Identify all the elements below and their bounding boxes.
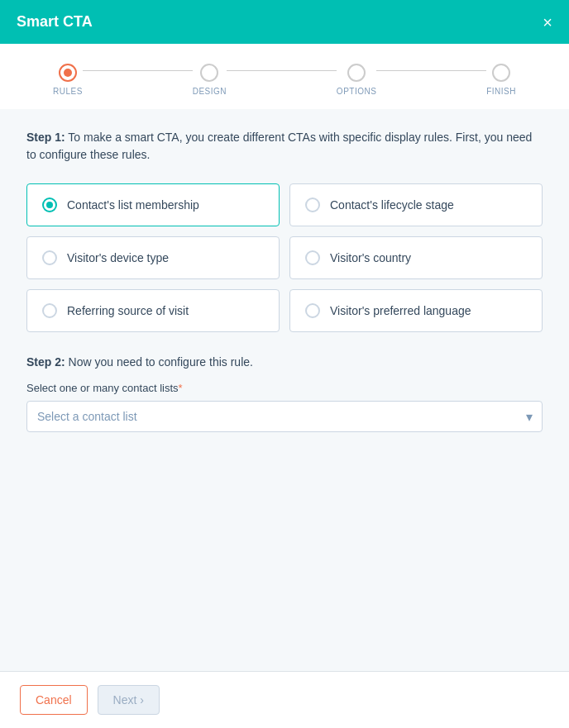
- step-label-options: OPTIONS: [337, 87, 377, 96]
- option-contact-list[interactable]: Contact's list membership: [26, 183, 280, 226]
- step2-body: Now you need to configure this rule.: [69, 355, 253, 369]
- radio-country: [305, 250, 320, 265]
- option-label-lifecycle-stage: Contact's lifecycle stage: [330, 198, 454, 212]
- step-circle-design: [200, 64, 218, 82]
- step-label-design: DESIGN: [193, 87, 227, 96]
- modal-body: Step 1: To make a smart CTA, you create …: [0, 109, 569, 452]
- radio-contact-list: [42, 197, 57, 212]
- radio-device-type: [42, 250, 57, 265]
- modal-header: Smart CTA ×: [0, 0, 569, 44]
- option-label-country: Visitor's country: [330, 251, 411, 264]
- close-button[interactable]: ×: [543, 14, 552, 31]
- step-circle-rules: [59, 64, 77, 82]
- step1-body: To make a smart CTA, you create differen…: [26, 131, 532, 161]
- step-design: DESIGN: [193, 64, 227, 96]
- modal-footer: Cancel Next ›: [0, 671, 569, 728]
- next-button[interactable]: Next ›: [98, 685, 160, 715]
- radio-referring-source: [42, 303, 57, 318]
- radio-lifecycle-stage: [305, 197, 320, 212]
- option-device-type[interactable]: Visitor's device type: [26, 236, 280, 279]
- step-line-1: [83, 70, 193, 71]
- step-rules: RULES: [53, 64, 83, 96]
- option-referring-source[interactable]: Referring source of visit: [26, 289, 280, 332]
- step1-prefix: Step 1:: [26, 131, 65, 144]
- step-circle-options: [347, 64, 366, 82]
- option-label-preferred-language: Visitor's preferred language: [330, 304, 471, 317]
- cancel-button[interactable]: Cancel: [20, 685, 88, 715]
- option-label-contact-list: Contact's list membership: [67, 198, 199, 212]
- required-marker: *: [179, 382, 183, 394]
- option-label-referring-source: Referring source of visit: [67, 304, 189, 317]
- field-label-contact-lists: Select one or many contact lists*: [26, 382, 543, 394]
- step-label-finish: FINISH: [486, 87, 516, 96]
- option-country[interactable]: Visitor's country: [289, 236, 543, 279]
- contact-list-select-wrapper: Select a contact list ▾: [26, 401, 543, 432]
- step1-description: Step 1: To make a smart CTA, you create …: [26, 129, 543, 164]
- option-preferred-language[interactable]: Visitor's preferred language: [289, 289, 543, 332]
- radio-preferred-language: [305, 303, 320, 318]
- step2-description: Step 2: Now you need to configure this r…: [26, 355, 543, 369]
- step-options: OPTIONS: [337, 64, 377, 96]
- step-circle-finish: [492, 64, 510, 82]
- modal-title: Smart CTA: [17, 13, 93, 31]
- step-label-rules: RULES: [53, 87, 83, 96]
- option-lifecycle-stage[interactable]: Contact's lifecycle stage: [289, 183, 543, 226]
- step2-prefix: Step 2:: [26, 355, 65, 369]
- step-finish: FINISH: [486, 64, 516, 96]
- rule-options-grid: Contact's list membership Contact's life…: [26, 183, 543, 332]
- step-line-2: [227, 70, 337, 71]
- option-label-device-type: Visitor's device type: [67, 251, 169, 264]
- step-line-3: [376, 70, 486, 71]
- steps-progress: RULES DESIGN OPTIONS FINISH: [0, 44, 569, 109]
- contact-list-select[interactable]: Select a contact list: [26, 401, 543, 432]
